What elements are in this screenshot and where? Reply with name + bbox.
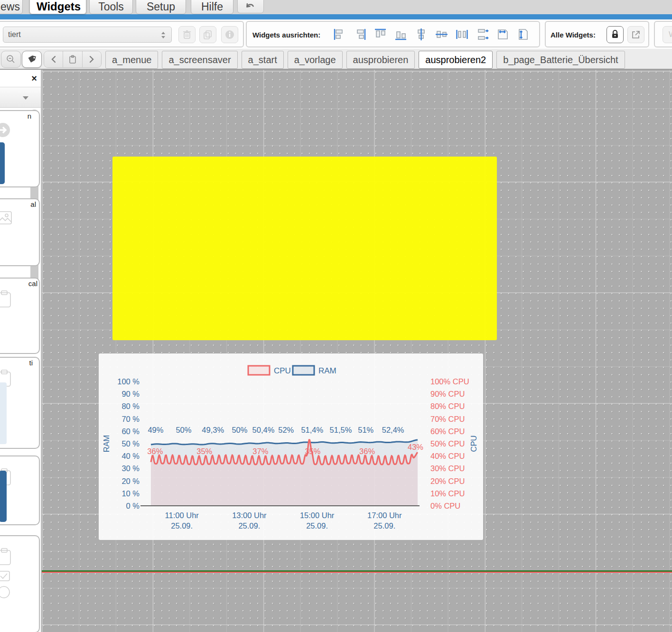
align-center-vertical-icon[interactable] <box>415 28 428 41</box>
svg-text:40% CPU: 40% CPU <box>430 452 465 460</box>
view-canvas[interactable]: 100 %90 %80 %70 %60 %50 %40 %30 %20 %10 … <box>42 70 672 632</box>
menu-item-hilfe[interactable]: Hilfe <box>191 0 233 14</box>
next-view-button[interactable] <box>83 51 101 67</box>
widget-card-label: cal <box>0 279 39 288</box>
svg-text:49,3%: 49,3% <box>202 426 224 434</box>
fit-page-width-icon[interactable] <box>496 28 509 41</box>
widget-card-ti[interactable]: ti <box>0 357 40 449</box>
view-tab-a_vorlage[interactable]: a_vorlage <box>288 51 343 69</box>
align-bottom-icon[interactable] <box>394 28 407 41</box>
align-buttons <box>333 28 530 41</box>
view-tab-a_menue[interactable]: a_menue <box>105 51 158 69</box>
distribute-horizontal-icon[interactable] <box>456 28 468 41</box>
align-label: Widgets ausrichten: <box>252 31 320 39</box>
align-center-horizontal-icon[interactable] <box>435 28 448 41</box>
paste-icon <box>68 55 77 64</box>
prev-view-button[interactable] <box>44 51 63 67</box>
all-widgets-label: Alle Widgets: <box>551 31 596 39</box>
cpu-ram-chart: 100 %90 %80 %70 %60 %50 %40 %30 %20 %10 … <box>99 353 483 540</box>
toolbar: tiert <box>0 19 672 49</box>
yellow-rectangle-widget[interactable] <box>112 157 497 340</box>
partial-button[interactable]: W <box>663 26 672 43</box>
svg-text:51,4%: 51,4% <box>301 426 323 434</box>
svg-text:CPU: CPU <box>274 366 291 375</box>
zoom-out-button[interactable] <box>1 51 21 68</box>
align-left-icon[interactable] <box>333 28 346 41</box>
tag-mode-button[interactable] <box>22 51 42 68</box>
widget-select-value: tiert <box>8 30 21 38</box>
svg-text:35%: 35% <box>196 447 212 455</box>
trash-icon <box>181 29 193 40</box>
sort-arrows-icon <box>160 31 167 39</box>
svg-text:25.09.: 25.09. <box>373 521 395 530</box>
view-tab-b_page_Batterie_Übersicht[interactable]: b_page_Batterie_Übersicht <box>496 51 625 69</box>
widget-filter-dropdown[interactable] <box>0 87 41 108</box>
chevron-right-icon <box>89 56 94 63</box>
widget-select[interactable]: tiert <box>3 27 172 43</box>
widget-card-4[interactable] <box>0 455 40 525</box>
image-icon <box>0 210 12 266</box>
svg-text:20% CPU: 20% CPU <box>430 477 465 485</box>
align-top-icon[interactable] <box>374 28 387 41</box>
view-tab-a_start[interactable]: a_start <box>242 51 284 69</box>
menu-item-tools[interactable]: Tools <box>89 0 133 14</box>
fit-page-height-icon[interactable] <box>517 28 530 41</box>
svg-text:50 %: 50 % <box>121 439 140 448</box>
svg-text:25.09.: 25.09. <box>238 521 260 530</box>
view-tabs: a_menuea_screensavera_starta_vorlageausp… <box>105 51 625 69</box>
svg-text:25.09.: 25.09. <box>306 521 328 530</box>
external-link-icon <box>630 29 642 40</box>
svg-text:60% CPU: 60% CPU <box>430 427 465 436</box>
svg-text:17:00 Uhr: 17:00 Uhr <box>367 511 402 520</box>
paste-view-button[interactable] <box>63 51 82 67</box>
align-group: Widgets ausrichten: <box>246 21 540 47</box>
svg-text:35%: 35% <box>305 447 320 455</box>
svg-text:60 %: 60 % <box>121 427 140 436</box>
svg-text:51%: 51% <box>358 426 373 434</box>
svg-text:36%: 36% <box>359 447 375 455</box>
widget-info-button[interactable] <box>221 26 238 43</box>
widget-card-al[interactable]: al <box>0 198 40 266</box>
widget-card-label: n <box>0 112 39 120</box>
undo-button[interactable] <box>237 0 264 13</box>
widget-card-cal[interactable]: cal <box>0 278 40 354</box>
cpu-ram-chart-widget[interactable]: 100 %90 %80 %70 %60 %50 %40 %30 %20 %10 … <box>99 353 483 540</box>
view-tab-a_screensaver[interactable]: a_screensaver <box>162 51 237 69</box>
partial-group: W <box>654 21 672 47</box>
duplicate-widget-button[interactable] <box>199 26 216 43</box>
distribute-vertical-icon[interactable] <box>476 28 489 41</box>
chevron-down-icon <box>23 96 28 100</box>
svg-text:10 %: 10 % <box>121 489 140 498</box>
all-widgets-group: Alle Widgets: <box>545 21 649 47</box>
svg-text:10% CPU: 10% CPU <box>430 489 465 498</box>
widget-card-n[interactable]: n <box>0 110 40 187</box>
tag-icon <box>27 54 37 65</box>
widget-card-5[interactable] <box>0 535 40 632</box>
view-nav-group <box>44 51 102 68</box>
view-tab-ausprobieren2[interactable]: ausprobieren2 <box>419 51 493 69</box>
svg-text:0% CPU: 0% CPU <box>430 502 460 510</box>
view-tab-ausprobieren[interactable]: ausprobieren <box>346 51 415 69</box>
close-icon[interactable]: × <box>28 73 40 84</box>
align-right-icon[interactable] <box>354 28 366 41</box>
svg-text:RAM: RAM <box>102 435 111 453</box>
svg-text:49%: 49% <box>148 426 163 434</box>
svg-text:52%: 52% <box>278 426 294 434</box>
svg-text:11:00 Uhr: 11:00 Uhr <box>165 511 199 520</box>
horizontal-line-widget[interactable] <box>42 570 672 573</box>
clipboard-icon <box>0 289 12 346</box>
open-widgets-button[interactable] <box>627 26 644 43</box>
widget-palette-sidebar: × nalcalti <box>0 70 42 632</box>
svg-text:30 %: 30 % <box>121 464 140 473</box>
menu-item-setup[interactable]: Setup <box>136 0 186 14</box>
svg-text:25.09.: 25.09. <box>171 521 193 530</box>
editor-body: × nalcalti 100 %90 %80 %70 %60 %50 %40 %… <box>0 70 672 632</box>
svg-text:15:00 Uhr: 15:00 Uhr <box>300 511 335 520</box>
menu-item-ews[interactable]: ews <box>0 0 23 14</box>
svg-text:40 %: 40 % <box>121 452 140 460</box>
menu-item-widgets[interactable]: Widgets <box>29 0 86 14</box>
svg-text:90 %: 90 % <box>121 390 140 398</box>
lock-widgets-button[interactable] <box>607 26 624 43</box>
delete-widget-button[interactable] <box>178 26 196 43</box>
svg-text:70 %: 70 % <box>121 415 140 423</box>
